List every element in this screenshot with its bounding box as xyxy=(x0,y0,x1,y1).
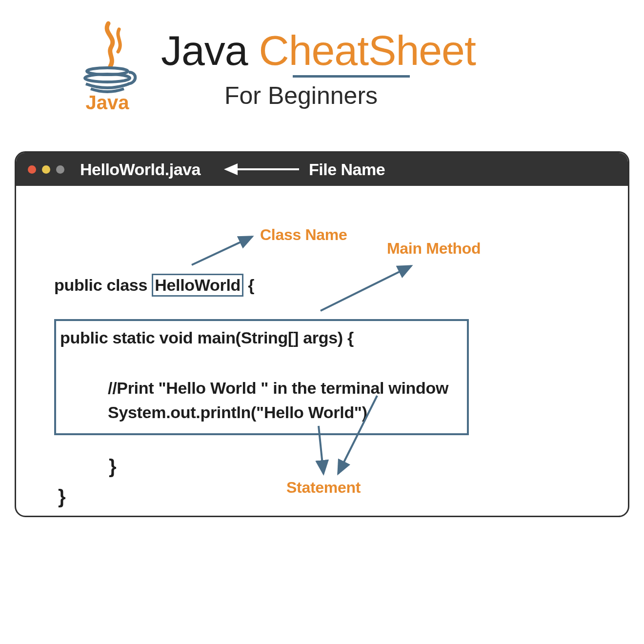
maximize-icon[interactable] xyxy=(56,165,64,174)
annotation-main-method: Main Method xyxy=(387,240,481,258)
subtitle: For Beginners xyxy=(161,81,581,110)
code-println: System.out.println("Hello World") xyxy=(108,403,367,422)
minimize-icon[interactable] xyxy=(42,165,50,174)
svg-point-1 xyxy=(85,74,130,82)
annotation-statement: Statement xyxy=(286,479,361,497)
java-logo-icon: Java xyxy=(73,20,141,112)
header: Java Java CheatSheet For Beginners xyxy=(0,20,644,112)
title-underline xyxy=(293,75,410,78)
file-label: File Name xyxy=(309,160,385,179)
file-name: HelloWorld.java xyxy=(80,160,201,179)
svg-line-4 xyxy=(192,237,252,265)
svg-line-5 xyxy=(321,266,411,311)
title-part2: CheatSheet xyxy=(259,27,476,74)
code-line-class: public class HelloWorld { xyxy=(54,274,254,297)
code-brace-open: { xyxy=(243,276,254,294)
code-classname: HelloWorld xyxy=(155,276,241,294)
class-name-box: HelloWorld xyxy=(152,274,243,297)
window-titlebar: HelloWorld.java File Name xyxy=(16,153,628,186)
code-close-inner: } xyxy=(109,456,116,478)
close-icon[interactable] xyxy=(28,165,36,174)
title-block: Java CheatSheet For Beginners xyxy=(161,20,581,110)
page-title: Java CheatSheet xyxy=(161,28,581,72)
traffic-lights xyxy=(28,165,64,174)
code-class-decl: public class xyxy=(54,276,147,294)
annotation-class-name: Class Name xyxy=(260,226,347,244)
title-part1: Java xyxy=(161,27,259,74)
code-comment: //Print "Hello World " in the terminal w… xyxy=(108,379,448,398)
code-close-outer: } xyxy=(58,486,65,508)
code-main-signature: public static void main(String[] args) { xyxy=(60,328,354,347)
svg-text:Java: Java xyxy=(86,92,130,112)
code-window: HelloWorld.java File Name Class Name Mai… xyxy=(15,151,629,517)
code-area: Class Name Main Method public class Hell… xyxy=(16,186,628,516)
